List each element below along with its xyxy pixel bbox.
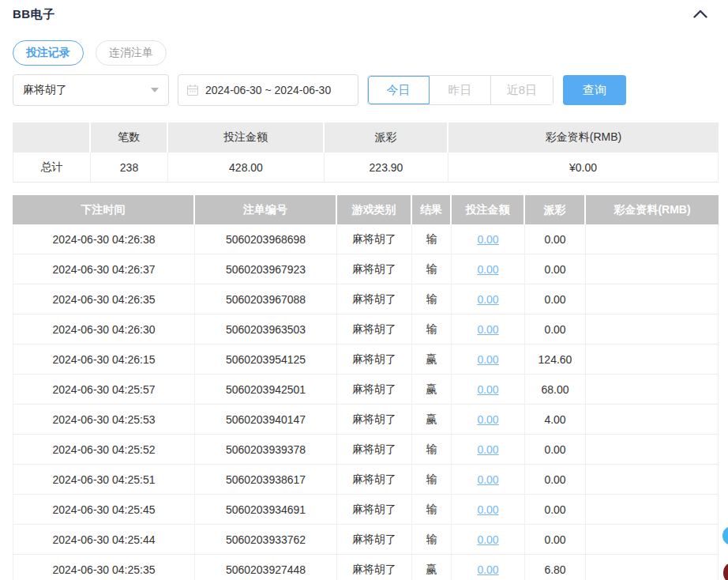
bet-record-row: 2024-06-30 04:26:37 5060203967923 麻将胡了 输… <box>13 254 719 284</box>
order-number-cell: 5060203942501 <box>195 375 337 405</box>
bonus-cell <box>586 555 719 580</box>
bet-amount-link[interactable]: 0.00 <box>477 473 498 486</box>
calendar-icon <box>186 84 199 96</box>
bet-amount-cell: 0.00 <box>452 345 525 375</box>
bet-record-row: 2024-06-30 04:26:30 5060203963503 麻将胡了 输… <box>13 314 719 345</box>
payout-cell: 124.60 <box>525 345 586 375</box>
date-range-picker[interactable]: 2024-06-30 ~ 2024-06-30 <box>178 74 358 106</box>
order-number-cell: 5060203954125 <box>195 345 337 375</box>
bet-amount-link[interactable]: 0.00 <box>477 263 498 276</box>
game-type-cell: 麻将胡了 <box>337 345 412 375</box>
summary-header-empty <box>13 122 91 153</box>
bet-amount-link[interactable]: 0.00 <box>477 323 498 336</box>
summary-total-bet-amount: 428.00 <box>168 153 325 183</box>
payout-cell: 6.80 <box>525 555 586 580</box>
game-type-cell: 麻将胡了 <box>337 465 412 495</box>
bet-amount-cell: 0.00 <box>452 375 525 405</box>
bet-records-table: 下注时间 注单编号 游戏类别 结果 投注金额 派彩 彩金资料(RMB) 2024… <box>13 195 719 580</box>
date-range-value: 2024-06-30 ~ 2024-06-30 <box>205 84 331 96</box>
bet-record-row: 2024-06-30 04:25:44 5060203933762 麻将胡了 输… <box>13 525 719 555</box>
result-cell: 输 <box>412 224 452 254</box>
page: BB电子 投注记录 连消注单 麻将胡了 <box>0 0 728 580</box>
collapse-chevron-up-icon[interactable] <box>692 7 709 22</box>
result-cell: 输 <box>412 254 452 284</box>
quick-range-last-8-days[interactable]: 近8日 <box>491 76 553 104</box>
floating-button-blue[interactable] <box>722 526 728 545</box>
summary-header-bonus: 彩金资料(RMB) <box>448 122 719 153</box>
bet-record-row: 2024-06-30 04:26:38 5060203968698 麻将胡了 输… <box>13 224 719 254</box>
bet-time-cell: 2024-06-30 04:25:57 <box>13 375 195 405</box>
bet-time-cell: 2024-06-30 04:25:51 <box>13 465 195 495</box>
bonus-cell <box>586 284 719 314</box>
header-order-number: 注单编号 <box>195 195 337 224</box>
bet-amount-link[interactable]: 0.00 <box>477 383 498 396</box>
result-cell: 输 <box>412 284 452 314</box>
bet-time-cell: 2024-06-30 04:25:45 <box>13 495 195 525</box>
bet-time-cell: 2024-06-30 04:26:35 <box>13 284 195 314</box>
filter-bar: 麻将胡了 2024-06-30 ~ 2024-06-30 今日 昨日 近8日 <box>13 74 715 106</box>
bet-amount-link[interactable]: 0.00 <box>477 353 498 366</box>
game-type-cell: 麻将胡了 <box>337 495 412 525</box>
summary-total-row: 总计 238 428.00 223.90 ¥0.00 <box>13 153 719 183</box>
result-cell: 输 <box>412 314 452 345</box>
result-cell: 赢 <box>412 375 452 405</box>
summary-header-count: 笔数 <box>91 122 168 153</box>
bet-amount-link[interactable]: 0.00 <box>477 443 498 456</box>
summary-header-payout: 派彩 <box>325 122 448 153</box>
game-type-cell: 麻将胡了 <box>337 284 412 314</box>
bet-amount-link[interactable]: 0.00 <box>477 533 498 546</box>
bet-time-cell: 2024-06-30 04:26:38 <box>13 224 195 254</box>
payout-cell: 0.00 <box>525 284 586 314</box>
payout-cell: 0.00 <box>525 254 586 284</box>
summary-total-label: 总计 <box>13 153 91 183</box>
floating-button-red[interactable] <box>723 563 728 580</box>
game-type-cell: 麻将胡了 <box>337 254 412 284</box>
payout-cell: 0.00 <box>525 465 586 495</box>
bet-amount-link[interactable]: 0.00 <box>477 413 498 426</box>
tab-bet-records[interactable]: 投注记录 <box>13 40 84 66</box>
bet-record-row: 2024-06-30 04:25:52 5060203939378 麻将胡了 输… <box>13 435 719 465</box>
bet-record-row: 2024-06-30 04:25:51 5060203938617 麻将胡了 输… <box>13 465 719 495</box>
result-cell: 输 <box>412 525 452 555</box>
bet-amount-cell: 0.00 <box>452 495 525 525</box>
bet-amount-cell: 0.00 <box>452 405 525 435</box>
bet-amount-cell: 0.00 <box>452 314 525 345</box>
summary-table: 笔数 投注金额 派彩 彩金资料(RMB) 总计 238 428.00 223.9… <box>13 122 719 183</box>
bet-amount-link[interactable]: 0.00 <box>477 233 498 246</box>
page-title: BB电子 <box>13 7 55 22</box>
bet-amount-link[interactable]: 0.00 <box>477 503 498 516</box>
game-type-cell: 麻将胡了 <box>337 435 412 465</box>
game-type-cell: 麻将胡了 <box>337 555 412 580</box>
order-number-cell: 5060203968698 <box>195 224 337 254</box>
bet-record-row: 2024-06-30 04:25:53 5060203940147 麻将胡了 赢… <box>13 405 719 435</box>
bonus-cell <box>586 314 719 345</box>
order-number-cell: 5060203934691 <box>195 495 337 525</box>
result-cell: 赢 <box>412 555 452 580</box>
summary-total-payout: 223.90 <box>325 153 448 183</box>
order-number-cell: 5060203967088 <box>195 284 337 314</box>
bonus-cell <box>586 405 719 435</box>
game-type-cell: 麻将胡了 <box>337 405 412 435</box>
summary-total-bonus: ¥0.00 <box>448 153 719 183</box>
payout-cell: 68.00 <box>525 375 586 405</box>
payout-cell: 0.00 <box>525 525 586 555</box>
bet-amount-link[interactable]: 0.00 <box>477 563 498 576</box>
game-type-cell: 麻将胡了 <box>337 525 412 555</box>
bet-table-body: 2024-06-30 04:26:38 5060203968698 麻将胡了 输… <box>13 224 719 580</box>
bonus-cell <box>586 254 719 284</box>
header-bet-amount: 投注金额 <box>452 195 525 224</box>
payout-cell: 0.00 <box>525 495 586 525</box>
bet-record-row: 2024-06-30 04:26:15 5060203954125 麻将胡了 赢… <box>13 345 719 375</box>
query-button[interactable]: 查询 <box>563 75 626 105</box>
game-select[interactable]: 麻将胡了 <box>13 74 169 106</box>
bet-time-cell: 2024-06-30 04:25:52 <box>13 435 195 465</box>
result-cell: 输 <box>412 495 452 525</box>
bet-amount-link[interactable]: 0.00 <box>477 293 498 306</box>
payout-cell: 4.00 <box>525 405 586 435</box>
summary-header-row: 笔数 投注金额 派彩 彩金资料(RMB) <box>13 122 719 153</box>
tab-cancelled-orders[interactable]: 连消注单 <box>96 40 167 66</box>
quick-range-today[interactable]: 今日 <box>368 76 430 104</box>
quick-range-yesterday[interactable]: 昨日 <box>430 76 491 104</box>
header-game-type: 游戏类别 <box>337 195 412 224</box>
bet-amount-cell: 0.00 <box>452 435 525 465</box>
